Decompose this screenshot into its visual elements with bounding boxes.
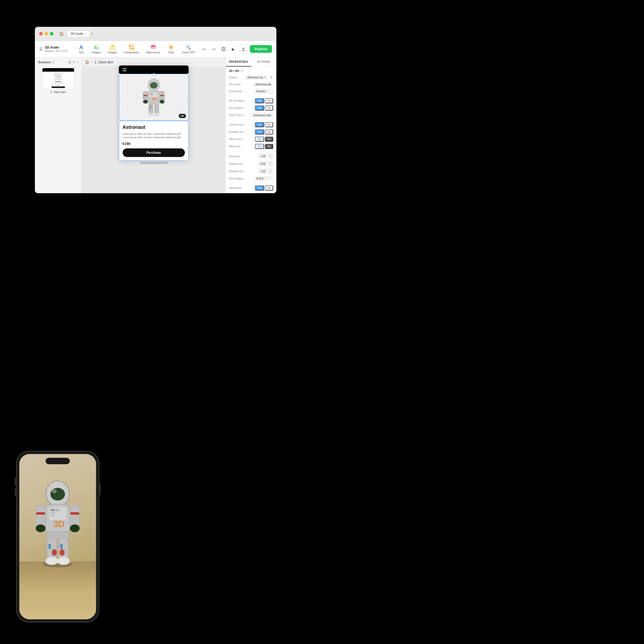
svg-rect-47 (36, 512, 45, 515)
usdz-field[interactable]: Astronaut.usdz (251, 113, 273, 118)
svg-point-3 (112, 45, 115, 48)
tonemapping-arrow: ▼ (264, 177, 266, 180)
scroll-thumb[interactable] (140, 162, 168, 164)
prop-row-ios: iOS support Yes No (226, 104, 276, 112)
publish-button[interactable]: Publish (250, 45, 272, 53)
svg-point-55 (57, 557, 70, 565)
save-button[interactable] (220, 45, 227, 53)
tool-zoom[interactable]: 🔍 Zoom 97% (179, 42, 198, 56)
svg-rect-7 (132, 47, 134, 50)
close-button[interactable] (39, 32, 43, 35)
allowpan-yes-button[interactable]: Yes (255, 144, 264, 149)
allowlook-yes-button[interactable]: Yes (255, 137, 264, 142)
exposure-input[interactable]: 1.00 ▲ ▼ (258, 153, 273, 159)
shadow-soft-input[interactable]: 1.00 ▲ ▼ (258, 169, 273, 174)
phone-purchase-button[interactable]: Purchase (123, 148, 185, 157)
maximize-button[interactable] (50, 32, 53, 35)
screen-thumbnail[interactable]: 3D Astronaut Lorem ipsum dolor sit amet … (35, 66, 82, 95)
filename-field[interactable]: Astronaut.glb (254, 82, 273, 87)
ar-yes-button[interactable]: Yes (255, 98, 264, 103)
tab-actions[interactable]: ACTIONS (251, 57, 277, 67)
camera-yes-button[interactable]: Yes (255, 122, 264, 127)
svg-text:3D: 3D (53, 519, 65, 529)
tab-close-icon[interactable]: × (85, 32, 86, 35)
scroll-indicator (119, 162, 189, 164)
active-tab[interactable]: 3D Aude × (67, 31, 89, 37)
source-select[interactable]: Astronaut.zip ▼ (246, 75, 268, 80)
interaction-yes-button[interactable]: Yes (255, 185, 264, 191)
screen-preview-header (42, 68, 74, 72)
volume-up-button[interactable] (15, 478, 16, 486)
camera-no-button[interactable]: No (265, 122, 273, 127)
delay-input[interactable]: 3000 ▲ ▼ (258, 193, 273, 193)
toolbar: ☰ 3D Aude Mobile / 667×375 A Text (35, 41, 276, 57)
source-trash-icon[interactable]: 🗑 (270, 75, 273, 79)
breadcrumb-home-icon[interactable]: 🏠 (85, 60, 89, 64)
phone-product-title: Astronaut (123, 125, 185, 130)
ar-toggle: Yes No (255, 98, 273, 103)
hamburger-menu-icon[interactable]: ☰ (39, 47, 43, 51)
svg-point-23 (143, 100, 148, 104)
tool-images[interactable]: Images (89, 42, 104, 56)
home-icon[interactable]: 🏠 (59, 31, 64, 36)
prop-row-filename: File name Astronaut.glb (226, 81, 276, 88)
minimize-button[interactable] (45, 32, 48, 35)
prop-value-source: Astronaut.zip ▼ 🗑 (246, 75, 273, 80)
environment-select[interactable]: Neutral ▼ (254, 89, 273, 94)
tab-add-icon[interactable]: + (90, 31, 93, 36)
svg-rect-53 (59, 538, 68, 560)
share-button[interactable] (239, 45, 248, 53)
shadow-int-spinner: ▲ ▼ (269, 162, 271, 166)
exposure-down[interactable]: ▼ (269, 156, 271, 158)
handle-middle-right[interactable] (187, 96, 189, 98)
allowlook-no-button[interactable]: No (265, 137, 273, 142)
tool-components[interactable]: Components (120, 42, 142, 56)
shadow-int-up[interactable]: ▲ (269, 162, 271, 164)
tool-files[interactable]: Files (164, 42, 178, 56)
svg-rect-45 (36, 506, 45, 527)
tool-text[interactable]: A Text (74, 42, 88, 56)
svg-point-1 (95, 46, 96, 47)
handle-top-left[interactable] (119, 73, 120, 75)
svg-point-8 (151, 45, 155, 47)
play-button[interactable]: ▶ (229, 45, 237, 53)
prop-label-allowlook: Allow look i... (229, 138, 255, 141)
svg-point-24 (160, 100, 164, 104)
shadow-int-down[interactable]: ▼ (269, 164, 271, 166)
allowpan-no-button[interactable]: No (265, 144, 273, 149)
handle-top-center[interactable] (153, 73, 155, 75)
tonemapping-select[interactable]: ACES ▼ (254, 176, 273, 181)
volume-down-button[interactable] (15, 488, 16, 496)
ar-no-button[interactable]: No (265, 98, 273, 103)
allowlook-toggle: Yes No (255, 137, 273, 142)
handle-top-right[interactable] (187, 73, 189, 75)
add-screen-button[interactable]: + (76, 60, 78, 64)
tool-datasource[interactable]: Data source (143, 42, 164, 56)
ios-yes-button[interactable]: Yes (255, 105, 264, 111)
ios-no-button[interactable]: No (265, 105, 273, 111)
tab-properties[interactable]: PROPERTIES (226, 57, 251, 67)
power-button[interactable] (100, 483, 101, 495)
properties-section-3dar: 3D / AR ⓘ (226, 67, 276, 74)
shadow-soft-up[interactable]: ▲ (269, 169, 271, 171)
animate-no-button[interactable]: No (265, 129, 273, 134)
undo-button[interactable]: ↩ (200, 45, 208, 53)
redo-button[interactable]: ↪ (210, 45, 218, 53)
phone-3d-viewer[interactable]: 3D AR (119, 74, 189, 121)
properties-panel: PROPERTIES ACTIONS 3D / AR ⓘ Source Astr… (225, 57, 276, 193)
svg-rect-12 (223, 47, 224, 49)
grid-view-button[interactable]: ⊞ (68, 60, 71, 64)
phone-content-selected: Astronaut Lorem ipsum dolor sit amet, co… (119, 121, 189, 161)
list-view-button[interactable]: ≡ (73, 60, 75, 64)
handle-middle-left[interactable] (119, 96, 120, 98)
interaction-no-button[interactable]: No (265, 185, 273, 191)
prop-row-usdz: USDZ File n... Astronaut.usdz (226, 112, 276, 119)
files-tool-icon (168, 44, 174, 50)
animate-yes-button[interactable]: Yes (255, 129, 264, 134)
camera-toggle: Yes No (255, 122, 273, 127)
exposure-up[interactable]: ▲ (269, 154, 271, 156)
tool-shapes[interactable]: Shapes (104, 42, 120, 56)
shadow-int-input[interactable]: 0.00 ▲ ▼ (258, 161, 273, 166)
prop-label-ios: iOS support (229, 107, 255, 109)
shadow-soft-down[interactable]: ▼ (269, 171, 271, 173)
